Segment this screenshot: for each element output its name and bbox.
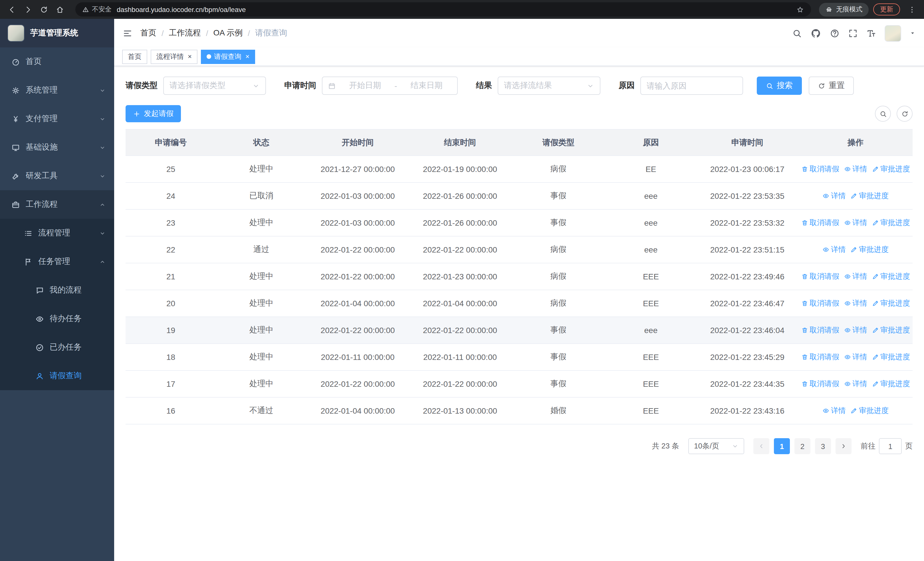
page-button-1[interactable]: 1 bbox=[774, 438, 790, 454]
security-warning[interactable]: 不安全 bbox=[82, 5, 112, 14]
cell-reason: EEE bbox=[606, 344, 696, 370]
breadcrumb-home[interactable]: 首页 bbox=[140, 28, 156, 38]
bookmark-star-icon[interactable] bbox=[796, 5, 804, 14]
action-progress-link[interactable]: 审批进度 bbox=[872, 298, 910, 308]
action-progress-link[interactable]: 审批进度 bbox=[850, 245, 889, 255]
toggle-search-icon[interactable] bbox=[875, 106, 891, 122]
sidebar-item-infrastructure[interactable]: 基础设施 bbox=[0, 133, 114, 162]
avatar-caret-icon[interactable] bbox=[910, 30, 915, 36]
browser-back-icon[interactable] bbox=[4, 2, 20, 17]
action-cancel-link[interactable]: 取消请假 bbox=[801, 298, 839, 308]
browser-forward-icon[interactable] bbox=[21, 2, 35, 17]
chevron-down-icon bbox=[732, 443, 738, 450]
page-size-select[interactable]: 10条/页 bbox=[688, 438, 744, 454]
breadcrumb: 首页/工作流程/OA 示例/请假查询 bbox=[140, 28, 792, 38]
action-progress-link[interactable]: 审批进度 bbox=[872, 218, 910, 228]
reset-button[interactable]: 重置 bbox=[809, 77, 854, 95]
sidebar-item-my-process[interactable]: 我的流程 bbox=[0, 276, 114, 304]
sidebar-item-payment[interactable]: 支付管理 bbox=[0, 105, 114, 133]
action-cancel-link[interactable]: 取消请假 bbox=[801, 325, 839, 335]
sidebar-item-todo-tasks[interactable]: 待办任务 bbox=[0, 304, 114, 333]
action-detail-link[interactable]: 详情 bbox=[822, 406, 846, 416]
next-page-button[interactable] bbox=[836, 438, 852, 454]
sidebar-item-devtools[interactable]: 研发工具 bbox=[0, 162, 114, 190]
edit-icon bbox=[872, 381, 879, 387]
font-size-icon[interactable] bbox=[866, 28, 876, 38]
trash-icon bbox=[801, 353, 808, 361]
action-detail-link[interactable]: 详情 bbox=[844, 379, 867, 389]
sidebar-item-process-mgmt[interactable]: 流程管理 bbox=[0, 219, 114, 247]
sidebar-item-leave-query[interactable]: 请假查询 bbox=[0, 362, 114, 390]
action-detail-link[interactable]: 详情 bbox=[844, 218, 867, 228]
avatar[interactable] bbox=[885, 25, 901, 41]
action-progress-link[interactable]: 审批进度 bbox=[850, 406, 889, 416]
action-progress-link[interactable]: 审批进度 bbox=[872, 271, 910, 282]
tab-leave-query[interactable]: 请假查询× bbox=[201, 50, 255, 64]
breadcrumb-workflow[interactable]: 工作流程 bbox=[169, 28, 201, 38]
update-button[interactable]: 更新 bbox=[873, 3, 900, 15]
action-cancel-link[interactable]: 取消请假 bbox=[801, 379, 839, 389]
user-icon bbox=[35, 371, 44, 380]
close-icon[interactable]: × bbox=[188, 53, 192, 60]
cell-end-time: 2022-01-23 00:00:00 bbox=[409, 263, 512, 290]
action-progress-link[interactable]: 审批进度 bbox=[872, 379, 910, 389]
table-row: 22通过2022-01-22 00:00:002022-01-22 00:00:… bbox=[126, 236, 913, 263]
sidebar-item-done-tasks[interactable]: 已办任务 bbox=[0, 333, 114, 362]
sidebar-item-system[interactable]: 系统管理 bbox=[0, 76, 114, 105]
fullscreen-icon[interactable] bbox=[848, 28, 858, 38]
browser-reload-icon[interactable] bbox=[36, 2, 51, 17]
tab-home[interactable]: 首页 bbox=[122, 50, 147, 64]
action-cancel-link[interactable]: 取消请假 bbox=[801, 218, 839, 228]
sidebar-item-label: 首页 bbox=[26, 57, 42, 67]
cell-id: 17 bbox=[126, 370, 216, 397]
action-progress-link[interactable]: 审批进度 bbox=[872, 164, 910, 174]
action-label: 详情 bbox=[852, 379, 867, 389]
cell-end-time: 2022-01-22 00:00:00 bbox=[409, 317, 512, 344]
github-icon[interactable] bbox=[810, 28, 821, 39]
sidebar-item-task-mgmt[interactable]: 任务管理 bbox=[0, 247, 114, 276]
action-progress-link[interactable]: 审批进度 bbox=[872, 352, 910, 362]
action-cancel-link[interactable]: 取消请假 bbox=[801, 271, 839, 282]
sidebar-item-workflow[interactable]: 工作流程 bbox=[0, 190, 114, 219]
action-progress-link[interactable]: 审批进度 bbox=[872, 325, 910, 335]
column-header: 结束时间 bbox=[409, 129, 512, 156]
action-progress-link[interactable]: 审批进度 bbox=[850, 191, 889, 201]
page-button-3[interactable]: 3 bbox=[815, 438, 831, 454]
action-detail-link[interactable]: 详情 bbox=[844, 352, 867, 362]
action-label: 详情 bbox=[831, 406, 846, 416]
action-detail-link[interactable]: 详情 bbox=[822, 191, 846, 201]
close-icon[interactable]: × bbox=[245, 53, 249, 60]
cell-leave-type: 婚假 bbox=[511, 397, 606, 424]
create-leave-button[interactable]: 发起请假 bbox=[126, 105, 181, 122]
address-bar[interactable]: 不安全 dashboard.yudao.iocoder.cn/bpm/oa/le… bbox=[75, 2, 811, 17]
action-detail-link[interactable]: 详情 bbox=[844, 271, 867, 282]
action-detail-link[interactable]: 详情 bbox=[822, 245, 846, 255]
result-select[interactable]: 请选择流结果 bbox=[498, 77, 600, 95]
action-detail-link[interactable]: 详情 bbox=[844, 325, 867, 335]
action-label: 详情 bbox=[831, 191, 846, 201]
goto-page-input[interactable] bbox=[879, 438, 902, 454]
eye-icon bbox=[822, 193, 829, 199]
action-detail-link[interactable]: 详情 bbox=[844, 298, 867, 308]
breadcrumb-oa-example[interactable]: OA 示例 bbox=[213, 28, 243, 38]
tab-process-detail[interactable]: 流程详情× bbox=[151, 50, 198, 64]
briefcase-icon bbox=[11, 200, 20, 209]
browser-home-icon[interactable] bbox=[52, 2, 68, 17]
action-cancel-link[interactable]: 取消请假 bbox=[801, 352, 839, 362]
leave-type-select[interactable]: 请选择请假类型 bbox=[163, 77, 266, 95]
apply-time-range-picker[interactable]: 开始日期 - 结束日期 bbox=[322, 77, 458, 95]
search-button[interactable]: 搜索 bbox=[757, 77, 802, 95]
cell-id: 16 bbox=[126, 397, 216, 424]
prev-page-button[interactable] bbox=[753, 438, 770, 454]
browser-menu-icon[interactable] bbox=[904, 2, 920, 17]
action-cancel-link[interactable]: 取消请假 bbox=[801, 164, 839, 174]
sidebar-item-home[interactable]: 首页 bbox=[0, 47, 114, 76]
help-icon[interactable] bbox=[830, 28, 840, 38]
refresh-table-icon[interactable] bbox=[897, 106, 913, 122]
edit-icon bbox=[872, 300, 879, 307]
page-button-2[interactable]: 2 bbox=[795, 438, 810, 454]
sidebar-toggle-icon[interactable] bbox=[123, 28, 132, 38]
header-search-icon[interactable] bbox=[792, 28, 802, 38]
action-detail-link[interactable]: 详情 bbox=[844, 164, 867, 174]
reason-input[interactable] bbox=[646, 81, 737, 90]
